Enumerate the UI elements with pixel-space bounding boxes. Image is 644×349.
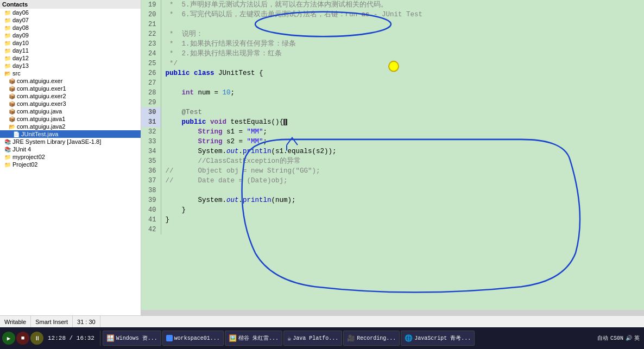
code-line-31: 31 public void testEquals(){| <box>141 117 644 127</box>
folder-open-icon: 📂 <box>4 71 11 77</box>
sidebar-item-jre[interactable]: 📚 JRE System Library [JavaSE-1.8] <box>0 138 141 145</box>
line-code-39[interactable]: System.out.println(num); <box>161 195 644 205</box>
sidebar-item-project02[interactable]: 📁 Project02 <box>0 161 141 168</box>
code-scroll-area[interactable]: 19 * 5.声明好单元测试方法以后，就可以在方法体内测试相关的代码。20 * … <box>141 0 644 310</box>
sidebar-item-java[interactable]: 📦 com.atguigu.java <box>0 107 141 115</box>
code-line-34: 34 System.out.println(s1.equals(s2)); <box>141 147 644 156</box>
java-icon: ☕ <box>287 334 291 342</box>
taskbar-recording[interactable]: 🎥 Recording... <box>343 331 400 346</box>
folder-icon: 📁 <box>4 154 11 160</box>
code-line-33: 33 String s2 = "MM"; <box>141 137 644 147</box>
line-number-28: 28 <box>141 88 161 98</box>
sidebar-item-myproject02[interactable]: 📁 myproject02 <box>0 153 141 161</box>
line-number-24: 24 <box>141 49 161 59</box>
code-line-35: 35 //ClassCastException的异常 <box>141 156 644 166</box>
taskbar-windows[interactable]: 🪟 Windows 资... <box>103 331 161 346</box>
sidebar-item-day12[interactable]: 📁 day12 <box>0 54 141 62</box>
line-code-32[interactable]: String s1 = "MM"; <box>161 127 644 137</box>
sidebar-item-day09[interactable]: 📁 day09 <box>0 31 141 39</box>
status-position: 31 : 30 <box>73 316 100 327</box>
line-code-26[interactable]: public class JUnitTest { <box>161 68 644 78</box>
sidebar-item-exer[interactable]: 📦 com.atguigu.exer <box>0 77 141 85</box>
line-number-29: 29 <box>141 98 161 107</box>
line-number-42: 42 <box>141 225 161 234</box>
sidebar-item-day10[interactable]: 📁 day10 <box>0 39 141 47</box>
sidebar-item-java2[interactable]: 📂 com.atguigu.java2 <box>0 123 141 130</box>
sidebar-item-src[interactable]: 📂 src <box>0 69 141 77</box>
line-code-19[interactable]: * 5.声明好单元测试方法以后，就可以在方法体内测试相关的代码。 <box>161 0 644 10</box>
code-line-29: 29 <box>141 98 644 107</box>
content-area: Contacts 📁 day06 📁 day07 📁 day08 📁 day09… <box>0 0 644 315</box>
sidebar-item-exer2[interactable]: 📦 com.atguigu.exer2 <box>0 92 141 100</box>
line-code-36[interactable]: // Object obj = new String("GG"); <box>161 166 644 176</box>
code-table: 19 * 5.声明好单元测试方法以后，就可以在方法体内测试相关的代码。20 * … <box>141 0 644 234</box>
line-number-33: 33 <box>141 137 161 147</box>
play-button[interactable]: ▶ <box>2 332 15 345</box>
horizontal-scrollbar[interactable] <box>141 310 644 315</box>
folder-icon: 📁 <box>4 17 11 23</box>
line-code-29[interactable] <box>161 98 644 107</box>
folder-icon: 📁 <box>4 63 11 69</box>
sidebar-item-java1[interactable]: 📦 com.atguigu.java1 <box>0 115 141 123</box>
sidebar-item-day08[interactable]: 📁 day08 <box>0 24 141 31</box>
sidebar-item-day07[interactable]: 📁 day07 <box>0 16 141 24</box>
line-code-37[interactable]: // Date date = (Date)obj; <box>161 176 644 186</box>
line-number-38: 38 <box>141 186 161 195</box>
cs0n-label: CS0N <box>610 335 623 341</box>
code-line-24: 24 * 2.如果执行结果出现异常：红条 <box>141 49 644 59</box>
taskbar-ppt[interactable]: 🖼️ 楷谷 朱红雷... <box>225 331 282 346</box>
code-line-19: 19 * 5.声明好单元测试方法以后，就可以在方法体内测试相关的代码。 <box>141 0 644 10</box>
code-line-22: 22 * 说明： <box>141 29 644 39</box>
folder-icon: 📁 <box>4 25 11 31</box>
line-number-26: 26 <box>141 68 161 78</box>
audio-icon: 🔊 <box>626 335 632 341</box>
line-code-21[interactable] <box>161 20 644 29</box>
line-code-23[interactable]: * 1.如果执行结果没有任何异常：绿条 <box>161 39 644 49</box>
line-code-30[interactable]: @Test <box>161 107 644 117</box>
taskbar-time: 12:28 / 16:32 <box>45 335 98 341</box>
sidebar-item-day06[interactable]: 📁 day06 <box>0 9 141 16</box>
line-code-22[interactable]: * 说明： <box>161 29 644 39</box>
stop-button[interactable]: ■ <box>16 332 29 345</box>
package-icon: 📦 <box>9 78 15 84</box>
line-number-35: 35 <box>141 156 161 166</box>
sidebar-item-exer3[interactable]: 📦 com.atguigu.exer3 <box>0 100 141 107</box>
line-code-38[interactable] <box>161 186 644 195</box>
sidebar-item-exer1[interactable]: 📦 com.atguigu.exer1 <box>0 85 141 92</box>
editor-area: 19 * 5.声明好单元测试方法以后，就可以在方法体内测试相关的代码。20 * … <box>141 0 644 315</box>
taskbar-javascript[interactable]: 🌐 JavaScript 青考... <box>401 331 475 346</box>
line-code-33[interactable]: String s2 = "MM"; <box>161 137 644 147</box>
line-code-24[interactable]: * 2.如果执行结果出现异常：红条 <box>161 49 644 59</box>
line-code-41[interactable]: } <box>161 215 644 225</box>
ppt-icon: 🖼️ <box>229 334 237 342</box>
line-number-27: 27 <box>141 78 161 88</box>
sidebar-item-day11[interactable]: 📁 day11 <box>0 47 141 54</box>
sidebar: Contacts 📁 day06 📁 day07 📁 day08 📁 day09… <box>0 0 141 315</box>
package-icon: 📦 <box>9 86 15 92</box>
windows-icon: 🪟 <box>106 334 115 342</box>
line-code-27[interactable] <box>161 78 644 88</box>
pause-button[interactable]: ⏸ <box>30 332 43 345</box>
line-number-41: 41 <box>141 215 161 225</box>
line-code-42[interactable] <box>161 225 644 234</box>
line-code-28[interactable]: int num = 10; <box>161 88 644 98</box>
java-file-icon: 📄 <box>13 131 20 137</box>
package-icon: 📦 <box>9 101 15 107</box>
code-line-30: 30 @Test <box>141 107 644 117</box>
sidebar-item-day13[interactable]: 📁 day13 <box>0 62 141 69</box>
line-code-31[interactable]: public void testEquals(){| <box>161 117 644 127</box>
code-line-36: 36// Object obj = new String("GG"); <box>141 166 644 176</box>
taskbar-java[interactable]: ☕ Java Platfo... <box>283 331 342 346</box>
code-line-37: 37// Date date = (Date)obj; <box>141 176 644 186</box>
code-line-32: 32 String s1 = "MM"; <box>141 127 644 137</box>
line-code-20[interactable]: * 6.写完代码以后，左键双击单元测试方法名，右键：run as - JUnit… <box>161 10 644 20</box>
taskbar-workspace[interactable]: workspace01... <box>162 331 224 346</box>
sidebar-item-junit4[interactable]: 📚 JUnit 4 <box>0 145 141 153</box>
line-code-34[interactable]: System.out.println(s1.equals(s2)); <box>161 147 644 156</box>
line-code-25[interactable]: */ <box>161 59 644 68</box>
folder-icon: 📁 <box>4 55 11 61</box>
package-icon: 📦 <box>9 109 15 115</box>
sidebar-item-junitest[interactable]: 📄 JUnitTest.java <box>0 130 141 138</box>
line-code-35[interactable]: //ClassCastException的异常 <box>161 156 644 166</box>
line-code-40[interactable]: } <box>161 205 644 215</box>
